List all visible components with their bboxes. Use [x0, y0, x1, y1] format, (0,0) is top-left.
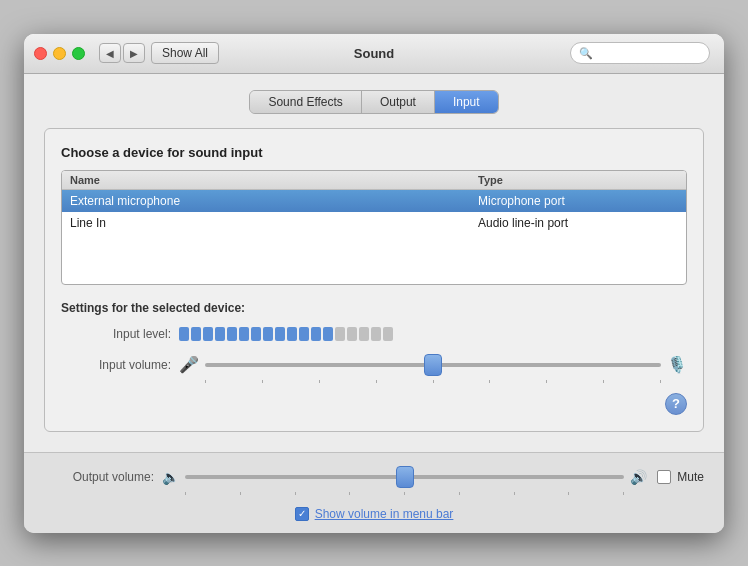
level-seg-18 [383, 327, 393, 341]
main-window: ◀ ▶ Show All Sound 🔍 Sound Effects Outpu… [24, 34, 724, 533]
show-volume-wrapper: ✓ Show volume in menu bar [295, 507, 454, 521]
show-volume-row: ✓ Show volume in menu bar [44, 501, 704, 521]
level-seg-2 [191, 327, 201, 341]
tick [568, 492, 569, 495]
slider-track [185, 475, 624, 479]
table-empty-area [62, 234, 686, 284]
level-seg-8 [263, 327, 273, 341]
input-level-bar [179, 327, 393, 341]
slider-track [205, 363, 661, 367]
help-button[interactable]: ? [665, 393, 687, 415]
input-level-row: Input level: [61, 327, 687, 341]
input-volume-slider-container: 🎤 [179, 353, 687, 377]
tick [603, 380, 604, 383]
back-button[interactable]: ◀ [99, 43, 121, 63]
tick [546, 380, 547, 383]
col-header-name: Name [70, 174, 478, 186]
maximize-button[interactable] [72, 47, 85, 60]
output-volume-slider[interactable] [185, 465, 624, 489]
table-row[interactable]: External microphone Microphone port [62, 190, 686, 212]
tabs: Sound Effects Output Input [249, 90, 498, 114]
tick [319, 380, 320, 383]
traffic-lights [34, 47, 85, 60]
tick [185, 492, 186, 495]
nav-buttons: ◀ ▶ [99, 43, 145, 63]
checkmark-icon: ✓ [298, 508, 306, 519]
tick [349, 492, 350, 495]
tick [376, 380, 377, 383]
tick [489, 380, 490, 383]
level-seg-3 [203, 327, 213, 341]
input-volume-label: Input volume: [61, 358, 171, 372]
tick [295, 492, 296, 495]
level-seg-10 [287, 327, 297, 341]
input-panel: Choose a device for sound input Name Typ… [44, 128, 704, 432]
title-bar: ◀ ▶ Show All Sound 🔍 [24, 34, 724, 74]
tab-output[interactable]: Output [362, 91, 435, 113]
speaker-loud-icon: 🔊 [630, 469, 647, 485]
tick [205, 380, 206, 383]
tab-sound-effects[interactable]: Sound Effects [250, 91, 362, 113]
level-seg-6 [239, 327, 249, 341]
mute-label: Mute [677, 470, 704, 484]
tick [459, 492, 460, 495]
tick [404, 492, 405, 495]
level-seg-7 [251, 327, 261, 341]
content-area: Sound Effects Output Input Choose a devi… [24, 74, 724, 452]
mic-quiet-icon: 🎤 [179, 355, 199, 374]
input-volume-slider[interactable] [205, 353, 661, 377]
input-volume-row: Input volume: 🎤 [61, 353, 687, 377]
level-seg-16 [359, 327, 369, 341]
mute-checkbox[interactable] [657, 470, 671, 484]
show-volume-checkbox[interactable]: ✓ [295, 507, 309, 521]
window-title: Sound [354, 46, 394, 61]
level-seg-13 [323, 327, 333, 341]
settings-label: Settings for the selected device: [61, 301, 687, 315]
table-row[interactable]: Line In Audio line-in port [62, 212, 686, 234]
tabs-container: Sound Effects Output Input [44, 90, 704, 114]
output-volume-label: Output volume: [44, 470, 154, 484]
tab-input[interactable]: Input [435, 91, 498, 113]
slider-ticks [205, 380, 661, 383]
show-all-button[interactable]: Show All [151, 42, 219, 64]
panel-title: Choose a device for sound input [61, 145, 687, 160]
output-volume-row: Output volume: 🔈 [44, 465, 704, 489]
device-name: Line In [70, 216, 478, 230]
tick [433, 380, 434, 383]
level-seg-5 [227, 327, 237, 341]
mic-loud-icon: 🎙️ [667, 355, 687, 374]
level-seg-4 [215, 327, 225, 341]
level-seg-9 [275, 327, 285, 341]
level-seg-12 [311, 327, 321, 341]
search-icon: 🔍 [579, 47, 593, 60]
slider-thumb[interactable] [396, 466, 414, 488]
show-volume-label: Show volume in menu bar [315, 507, 454, 521]
bottom-bar: Output volume: 🔈 [24, 452, 724, 533]
tick [262, 380, 263, 383]
device-type: Microphone port [478, 194, 678, 208]
slider-thumb[interactable] [424, 354, 442, 376]
close-button[interactable] [34, 47, 47, 60]
search-box[interactable]: 🔍 [570, 42, 710, 64]
level-seg-11 [299, 327, 309, 341]
settings-section: Settings for the selected device: Input … [61, 301, 687, 415]
table-header: Name Type [62, 171, 686, 190]
tick [660, 380, 661, 383]
tick [514, 492, 515, 495]
speaker-quiet-icon: 🔈 [162, 469, 179, 485]
forward-button[interactable]: ▶ [123, 43, 145, 63]
minimize-button[interactable] [53, 47, 66, 60]
tick [240, 492, 241, 495]
mute-section: Mute [657, 470, 704, 484]
device-type: Audio line-in port [478, 216, 678, 230]
tick [623, 492, 624, 495]
slider-ticks [185, 492, 624, 495]
output-volume-slider-container: 🔈 [162, 465, 647, 489]
level-seg-15 [347, 327, 357, 341]
device-table: Name Type External microphone Microphone… [61, 170, 687, 285]
level-seg-17 [371, 327, 381, 341]
level-seg-14 [335, 327, 345, 341]
level-seg-1 [179, 327, 189, 341]
device-name: External microphone [70, 194, 478, 208]
col-header-type: Type [478, 174, 678, 186]
